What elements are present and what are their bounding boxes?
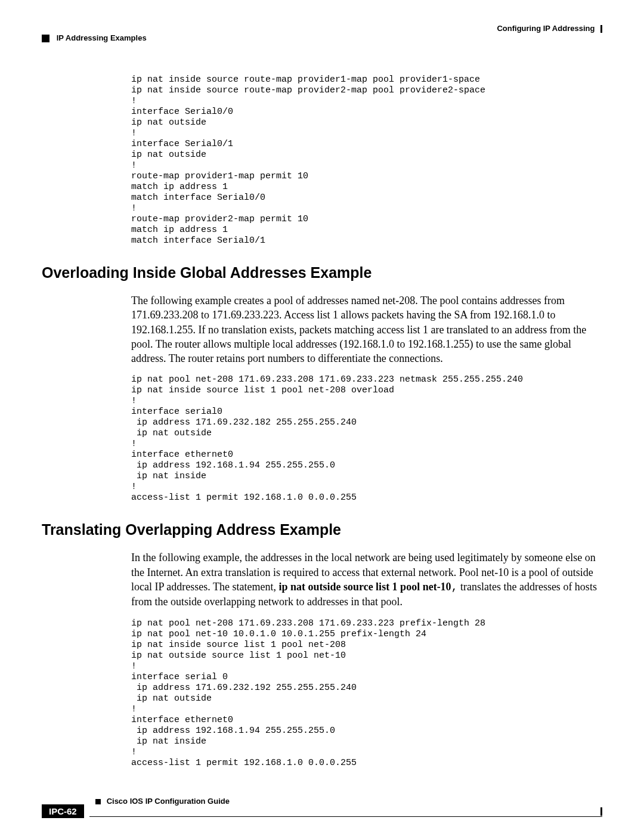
footer-title-row: Cisco IOS IP Configuration Guide xyxy=(95,797,602,806)
header-left-text: IP Addressing Examples xyxy=(57,33,147,42)
section1-heading: Overloading Inside Global Addresses Exam… xyxy=(42,264,602,281)
page-number: IPC-62 xyxy=(42,804,84,818)
footer-line xyxy=(89,816,602,817)
section2-code: ip nat pool net-208 171.69.233.208 171.6… xyxy=(131,618,602,769)
footer-square-icon xyxy=(95,799,101,804)
header-right-text: Configuring IP Addressing xyxy=(497,24,595,33)
section2-paragraph: In the following example, the addresses … xyxy=(131,550,602,609)
footer: Cisco IOS IP Configuration Guide IPC-62 xyxy=(42,807,602,818)
section2-heading: Translating Overlapping Address Example xyxy=(42,521,602,538)
section1-paragraph: The following example creates a pool of … xyxy=(131,293,602,366)
section2-para-bold: ip nat outside source list 1 pool net-10 xyxy=(278,581,451,593)
code-block-1: ip nat inside source route-map provider1… xyxy=(131,75,602,246)
section1-code: ip nat pool net-208 171.69.233.208 171.6… xyxy=(131,374,602,503)
header-left: IP Addressing Examples xyxy=(42,33,147,42)
section2-para-mono: , xyxy=(451,581,458,593)
header-square-icon xyxy=(42,35,49,42)
footer-right-bar-icon xyxy=(600,807,602,816)
header-right: Configuring IP Addressing xyxy=(497,24,602,33)
header-bar-icon xyxy=(600,25,602,33)
footer-title-text: Cisco IOS IP Configuration Guide xyxy=(107,797,230,806)
main-content: ip nat inside source route-map provider1… xyxy=(42,75,602,786)
